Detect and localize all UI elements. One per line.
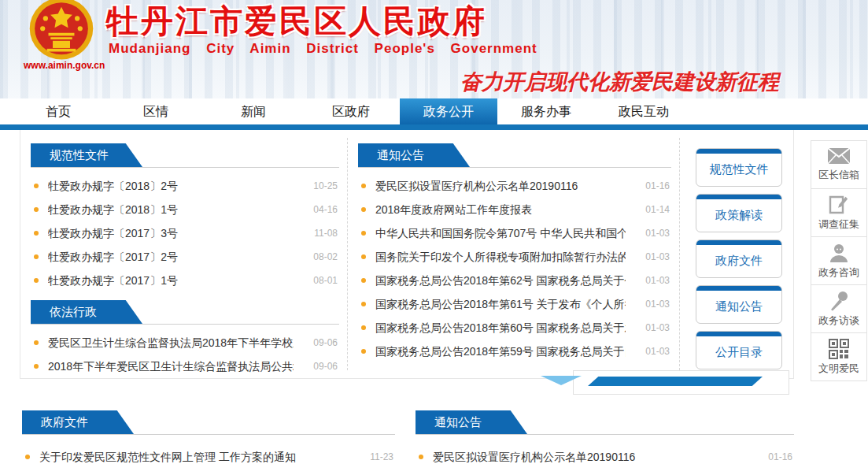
sidebar-item-survey[interactable]: 调查征集 bbox=[811, 188, 867, 237]
list-item-date: 09-06 bbox=[313, 354, 338, 378]
quick-link-button[interactable]: 通知公告 bbox=[696, 285, 782, 324]
bullet-icon bbox=[34, 364, 39, 369]
person-consult-icon bbox=[829, 243, 849, 263]
page: www.aimin.gov.cn 牡丹江市爱民区人民政府 Mudanjiang … bbox=[0, 0, 868, 464]
site-header: www.aimin.gov.cn 牡丹江市爱民区人民政府 Mudanjiang … bbox=[0, 0, 868, 98]
list-item-title[interactable]: 牡爱政办规字〔2017〕2号 bbox=[48, 245, 294, 269]
list-item-date: 08-01 bbox=[313, 269, 338, 292]
list-item[interactable]: 国家税务总局公告2018年第60号 国家税务总局关于发 01-03 bbox=[358, 316, 671, 340]
list-item-date: 01-03 bbox=[645, 340, 670, 363]
notices-section: 通知公告 爱民区拟设置医疗机构公示名单20190116 01-16 2018年度… bbox=[358, 130, 671, 363]
list-item[interactable]: 爱民区拟设置医疗机构公示名单20190116 01-16 bbox=[416, 445, 794, 464]
site-title: 牡丹江市爱民区人民政府 bbox=[106, 0, 487, 43]
sidebar-item-label: 调查征集 bbox=[811, 217, 866, 232]
sidebar-item-mailbox[interactable]: 区长信箱 bbox=[811, 140, 867, 189]
list-item-title[interactable]: 中华人民共和国国务院令第707号 中华人民共和国个 bbox=[375, 221, 626, 245]
bullet-icon bbox=[361, 231, 366, 236]
sidebar-item-consult[interactable]: 政务咨询 bbox=[811, 236, 867, 285]
nav-tab[interactable]: 政务公开 bbox=[400, 98, 497, 124]
list-item-date: 01-16 bbox=[768, 445, 792, 464]
section-header: 通知公告 bbox=[358, 143, 671, 168]
sidebar-item-qrcode[interactable]: 文明爱民 bbox=[811, 332, 867, 381]
bullet-icon bbox=[361, 302, 366, 306]
sidebar-item-interview[interactable]: 政务访谈 bbox=[811, 284, 867, 333]
mail-envelope-icon bbox=[827, 147, 851, 165]
list-item[interactable]: 牡爱政办规字〔2017〕1号 08-01 bbox=[31, 269, 339, 292]
list-item[interactable]: 国家税务总局公告2018年第62号 国家税务总局关于个 01-03 bbox=[358, 269, 671, 292]
list-item[interactable]: 关于印发爱民区规范性文件网上管理 工作方案的通知 11-23 bbox=[22, 445, 395, 464]
section-banner-tab[interactable]: 通知公告 bbox=[358, 143, 470, 167]
section-banner-tab[interactable]: 政府文件 bbox=[22, 410, 134, 434]
list-item[interactable]: 牡爱政办规字〔2018〕1号 04-16 bbox=[31, 198, 339, 221]
list-item-date: 01-03 bbox=[645, 245, 670, 269]
section-header: 规范性文件 bbox=[31, 143, 339, 168]
list-item-date: 01-14 bbox=[645, 198, 670, 221]
list-item-title[interactable]: 国务院关于印发个人所得税专项附加扣除暂行办法的 bbox=[375, 245, 626, 269]
list-item-title[interactable]: 国家税务总局公告2018年第60号 国家税务总局关于发 bbox=[375, 316, 626, 340]
list-item-title[interactable]: 爱民区拟设置医疗机构公示名单20190116 bbox=[433, 445, 748, 464]
section-banner-tab[interactable]: 规范性文件 bbox=[31, 143, 142, 167]
bullet-icon bbox=[361, 184, 366, 188]
list-item-title[interactable]: 牡爱政办规字〔2017〕3号 bbox=[48, 221, 294, 245]
bullet-icon bbox=[34, 184, 39, 188]
list-item[interactable]: 中华人民共和国国务院令第707号 中华人民共和国个 01-03 bbox=[358, 221, 671, 245]
gov-files-bottom-list: 关于印发爱民区规范性文件网上管理 工作方案的通知 11-23 bbox=[22, 445, 395, 464]
nav-tab[interactable]: 区情 bbox=[107, 98, 205, 124]
quick-link-button[interactable]: 政策解读 bbox=[696, 194, 782, 232]
national-emblem-logo bbox=[25, 0, 98, 65]
list-item[interactable]: 国务院关于印发个人所得税专项附加扣除暂行办法的 01-03 bbox=[358, 245, 671, 269]
section-banner-tab[interactable]: 通知公告 bbox=[416, 410, 527, 434]
nav-tab[interactable]: 新闻 bbox=[205, 98, 302, 124]
quick-link-button[interactable]: 公开目录 bbox=[696, 331, 782, 369]
nav-tab[interactable]: 服务办事 bbox=[497, 98, 595, 124]
list-item-title[interactable]: 国家税务总局公告2018年第62号 国家税务总局关于个 bbox=[375, 269, 626, 292]
list-item-title[interactable]: 爱民区卫生计生综合监督执法局2018年下半年学校卫 bbox=[48, 331, 294, 354]
list-item-date: 04-16 bbox=[313, 198, 338, 221]
bullet-icon bbox=[34, 254, 39, 259]
sidebar-item-label: 区长信箱 bbox=[811, 168, 866, 182]
list-item-title[interactable]: 国家税务总局公告2018年第61号 关于发布《个人所得 bbox=[375, 292, 626, 316]
section-header: 通知公告 bbox=[416, 410, 794, 435]
list-item[interactable]: 爱民区卫生计生综合监督执法局2018年下半年学校卫 09-06 bbox=[31, 331, 339, 354]
nav-tab[interactable]: 政民互动 bbox=[595, 98, 693, 124]
service-sidebar: 区长信箱 调查征集 政务咨询 政务访谈 bbox=[811, 140, 867, 381]
quick-link-button[interactable]: 政府文件 bbox=[696, 239, 782, 278]
list-item[interactable]: 2018年下半年爱民区卫生计生综合监督执法局公共场 09-06 bbox=[31, 354, 339, 378]
list-item-title[interactable]: 牡爱政办规字〔2018〕1号 bbox=[48, 198, 294, 221]
quick-links-column: 规范性文件政策解读政府文件通知公告公开目录 bbox=[696, 148, 782, 377]
law-admin-list: 爱民区卫生计生综合监督执法局2018年下半年学校卫 09-06 2018年下半年… bbox=[31, 331, 339, 378]
list-item-title[interactable]: 爱民区拟设置医疗机构公示名单20190116 bbox=[375, 174, 626, 198]
bullet-icon bbox=[361, 349, 366, 354]
list-item-title[interactable]: 2018年度政府网站工作年度报表 bbox=[375, 198, 626, 221]
list-item[interactable]: 国家税务总局公告2018年第61号 关于发布《个人所得 01-03 bbox=[358, 292, 671, 316]
list-item-title[interactable]: 2018年下半年爱民区卫生计生综合监督执法局公共场 bbox=[48, 354, 294, 378]
list-item-date: 08-02 bbox=[313, 245, 338, 269]
section-header: 依法行政 bbox=[31, 300, 339, 325]
quick-link-button[interactable]: 规范性文件 bbox=[696, 148, 782, 187]
list-item[interactable]: 牡爱政办规字〔2017〕3号 11-08 bbox=[31, 221, 339, 245]
list-item-title[interactable]: 国家税务总局公告2018年第59号 国家税务总局关于自 bbox=[375, 340, 626, 363]
gov-files-bottom-section: 政府文件 关于印发爱民区规范性文件网上管理 工作方案的通知 11-23 bbox=[22, 410, 395, 464]
sidebar-item-label: 政务咨询 bbox=[811, 265, 866, 280]
site-slogan: 奋力开启现代化新爱民建设新征程 bbox=[460, 68, 862, 96]
list-item-title[interactable]: 关于印发爱民区规范性文件网上管理 工作方案的通知 bbox=[39, 445, 349, 464]
column-divider bbox=[347, 138, 348, 370]
list-item[interactable]: 牡爱政办规字〔2018〕2号 10-25 bbox=[31, 174, 339, 198]
section-banner-tab[interactable]: 依法行政 bbox=[31, 300, 142, 324]
list-item-date: 10-25 bbox=[313, 174, 338, 198]
list-item[interactable]: 国家税务总局公告2018年第59号 国家税务总局关于自 01-03 bbox=[358, 340, 671, 363]
list-item-title[interactable]: 牡爱政办规字〔2017〕1号 bbox=[48, 269, 294, 292]
site-subtitle: Mudanjiang City Aimin District People's … bbox=[109, 41, 537, 57]
list-item[interactable]: 爱民区拟设置医疗机构公示名单20190116 01-16 bbox=[358, 174, 671, 198]
bullet-icon bbox=[34, 207, 39, 212]
list-item-title[interactable]: 牡爱政办规字〔2018〕2号 bbox=[48, 174, 294, 198]
nav-tab[interactable]: 首页 bbox=[9, 98, 107, 124]
list-item-date: 01-03 bbox=[645, 269, 670, 292]
list-item-date: 09-06 bbox=[313, 331, 338, 354]
notices-bottom-list: 爱民区拟设置医疗机构公示名单20190116 01-16 bbox=[416, 445, 794, 464]
list-item[interactable]: 2018年度政府网站工作年度报表 01-14 bbox=[358, 198, 671, 221]
list-item[interactable]: 牡爱政办规字〔2017〕2号 08-02 bbox=[31, 245, 339, 269]
nav-tab[interactable]: 区政府 bbox=[302, 98, 400, 124]
list-item-date: 01-03 bbox=[645, 316, 670, 340]
main-nav: 首页区情新闻区政府政务公开服务办事政民互动 bbox=[9, 98, 868, 124]
